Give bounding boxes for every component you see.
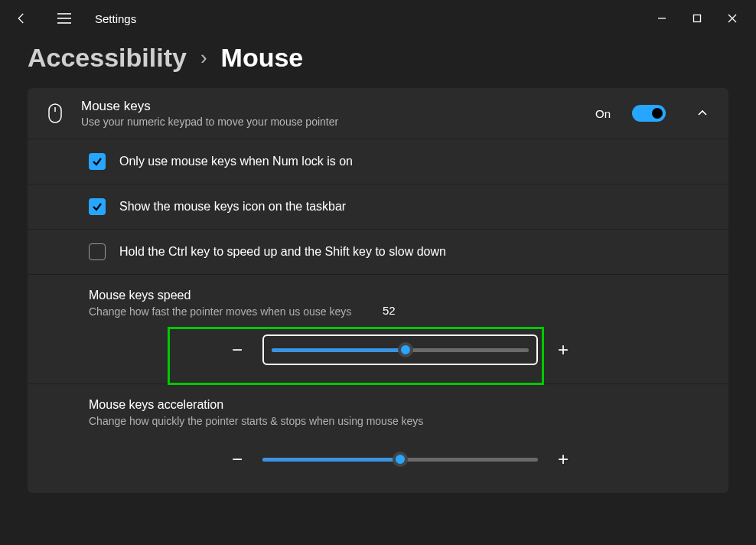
toggle-state-label: On bbox=[595, 107, 611, 120]
mouse-keys-panel: Mouse keys Use your numeric keypad to mo… bbox=[28, 88, 728, 493]
mouse-keys-toggle[interactable] bbox=[632, 105, 666, 122]
chevron-right-icon: › bbox=[200, 46, 207, 70]
speed-tooltip: 52 bbox=[378, 304, 400, 317]
speed-slider-thumb[interactable] bbox=[398, 342, 413, 357]
accel-section: Mouse keys acceleration Change how quick… bbox=[28, 384, 728, 493]
option-taskbar-row: Show the mouse keys icon on the taskbar bbox=[28, 184, 728, 230]
speed-increase-button[interactable]: + bbox=[552, 339, 575, 361]
breadcrumb: Accessibility › Mouse bbox=[0, 37, 756, 88]
accel-decrease-button[interactable]: − bbox=[226, 449, 249, 470]
title-bar: Settings bbox=[0, 0, 756, 37]
mouse-keys-expander-header[interactable]: Mouse keys Use your numeric keypad to mo… bbox=[28, 88, 728, 139]
speed-title: Mouse keys speed bbox=[89, 289, 712, 302]
svg-rect-7 bbox=[49, 104, 61, 122]
speed-decrease-button[interactable]: − bbox=[226, 339, 249, 361]
accel-slider[interactable] bbox=[262, 444, 538, 475]
accel-slider-thumb[interactable] bbox=[393, 452, 408, 467]
accel-title: Mouse keys acceleration bbox=[89, 398, 712, 412]
speed-slider[interactable] bbox=[262, 335, 538, 365]
ctrlshift-label: Hold the Ctrl key to speed up and the Sh… bbox=[119, 245, 446, 259]
option-ctrlshift-row: Hold the Ctrl key to speed up and the Sh… bbox=[28, 230, 728, 275]
app-title: Settings bbox=[95, 12, 136, 25]
taskbar-label: Show the mouse keys icon on the taskbar bbox=[119, 200, 346, 214]
maximize-button[interactable] bbox=[679, 6, 715, 31]
mouse-icon bbox=[44, 103, 66, 123]
mouse-keys-subtitle: Use your numeric keypad to move your mou… bbox=[81, 116, 580, 128]
svg-rect-4 bbox=[694, 15, 701, 22]
minimize-button[interactable] bbox=[644, 6, 679, 31]
speed-section: Mouse keys speed Change how fast the poi… bbox=[28, 275, 728, 384]
taskbar-checkbox[interactable] bbox=[89, 198, 106, 215]
numlock-checkbox[interactable] bbox=[89, 153, 106, 170]
numlock-label: Only use mouse keys when Num lock is on bbox=[119, 155, 353, 168]
ctrlshift-checkbox[interactable] bbox=[89, 243, 106, 260]
option-numlock-row: Only use mouse keys when Num lock is on bbox=[28, 139, 728, 184]
accel-subtitle: Change how quickly the pointer starts & … bbox=[89, 415, 712, 427]
collapse-button[interactable] bbox=[693, 108, 712, 119]
page-title: Mouse bbox=[221, 43, 304, 73]
back-button[interactable] bbox=[6, 3, 37, 34]
accel-increase-button[interactable]: + bbox=[552, 449, 575, 470]
mouse-keys-title: Mouse keys bbox=[81, 99, 580, 114]
menu-button[interactable] bbox=[49, 3, 80, 34]
speed-subtitle: Change how fast the pointer moves when u… bbox=[89, 305, 712, 318]
close-button[interactable] bbox=[715, 6, 750, 31]
breadcrumb-parent[interactable]: Accessibility bbox=[28, 43, 187, 73]
